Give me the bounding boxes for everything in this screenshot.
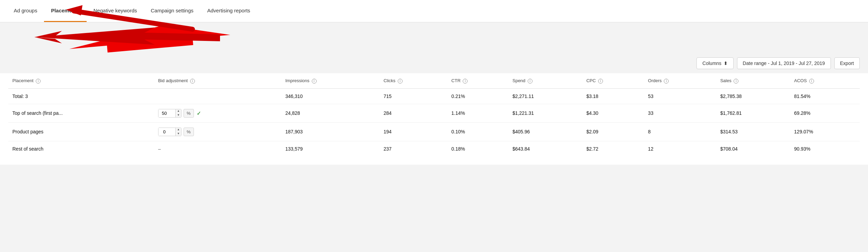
spend-info-icon[interactable]: i bbox=[528, 79, 532, 84]
toolbar: Columns ⬍ Date range - Jul 1, 2019 - Jul… bbox=[0, 53, 868, 73]
columns-button[interactable]: Columns ⬍ bbox=[696, 57, 733, 69]
bid-dash: – bbox=[158, 146, 161, 152]
cell-clicks: 715 bbox=[380, 88, 447, 104]
sales-info-icon[interactable]: i bbox=[734, 79, 738, 84]
cell-placement: Rest of search bbox=[8, 141, 154, 156]
ctr-info-icon[interactable]: i bbox=[463, 79, 468, 84]
columns-arrow-icon: ⬍ bbox=[724, 61, 728, 66]
cell-clicks: 284 bbox=[380, 104, 447, 122]
col-header-spend: Spend i bbox=[508, 73, 582, 88]
cell-sales: $314.53 bbox=[716, 122, 790, 141]
col-header-acos: ACOS i bbox=[790, 73, 860, 88]
bid-percent-label: % bbox=[184, 128, 194, 136]
col-header-cpc: CPC i bbox=[582, 73, 644, 88]
cell-acos: 69.28% bbox=[790, 104, 860, 122]
cell-acos: 81.54% bbox=[790, 88, 860, 104]
cell-acos: 129.07% bbox=[790, 122, 860, 141]
cell-orders: 33 bbox=[644, 104, 716, 122]
cell-placement: Top of search (first pa... bbox=[8, 104, 154, 122]
main-content: Placement i Bid adjustment i Impressions… bbox=[0, 73, 868, 165]
cell-orders: 12 bbox=[644, 141, 716, 156]
cell-ctr: 1.14% bbox=[447, 104, 508, 122]
cell-spend: $1,221.31 bbox=[508, 104, 582, 122]
bid-value-input[interactable] bbox=[158, 128, 176, 136]
svg-marker-1 bbox=[34, 28, 220, 45]
table-row: Top of search (first pa...▲▼%✓24,8282841… bbox=[8, 104, 860, 122]
cell-bid-adjustment: – bbox=[154, 141, 281, 156]
table-row: Rest of search–133,5792370.18%$643.84$2.… bbox=[8, 141, 860, 156]
cell-sales: $708.04 bbox=[716, 141, 790, 156]
tab-placements[interactable]: Placements bbox=[44, 0, 86, 22]
col-header-clicks: Clicks i bbox=[380, 73, 447, 88]
tab-advertising-reports[interactable]: Advertising reports bbox=[200, 0, 257, 22]
cell-ctr: 0.18% bbox=[447, 141, 508, 156]
columns-label: Columns bbox=[702, 61, 721, 66]
table-header-row: Placement i Bid adjustment i Impressions… bbox=[8, 73, 860, 88]
cell-impressions: 346,310 bbox=[281, 88, 380, 104]
cpc-info-icon[interactable]: i bbox=[598, 79, 603, 84]
cell-placement: Product pages bbox=[8, 122, 154, 141]
placements-table: Placement i Bid adjustment i Impressions… bbox=[8, 73, 860, 156]
placement-info-icon[interactable]: i bbox=[36, 79, 41, 84]
cell-sales: $1,762.81 bbox=[716, 104, 790, 122]
date-range-button[interactable]: Date range - Jul 1, 2019 - Jul 27, 2019 bbox=[737, 57, 831, 69]
cell-spend: $643.84 bbox=[508, 141, 582, 156]
col-header-sales: Sales i bbox=[716, 73, 790, 88]
cell-ctr: 0.10% bbox=[447, 122, 508, 141]
bid-percent-label: % bbox=[184, 109, 194, 118]
export-button[interactable]: Export bbox=[834, 57, 860, 69]
bid-decrement-button[interactable]: ▼ bbox=[176, 113, 181, 117]
cell-spend: $2,271.11 bbox=[508, 88, 582, 104]
tab-campaign-settings[interactable]: Campaign settings bbox=[144, 0, 200, 22]
cell-bid-adjustment: ▲▼% bbox=[154, 122, 281, 141]
col-header-ctr: CTR i bbox=[447, 73, 508, 88]
cell-placement: Total: 3 bbox=[8, 88, 154, 104]
bid-value-input[interactable] bbox=[158, 109, 176, 117]
cell-clicks: 194 bbox=[380, 122, 447, 141]
col-header-placement: Placement i bbox=[8, 73, 154, 88]
bid-increment-button[interactable]: ▲ bbox=[176, 109, 181, 113]
clicks-info-icon[interactable]: i bbox=[398, 79, 403, 84]
col-header-bid-adjustment: Bid adjustment i bbox=[154, 73, 281, 88]
cell-ctr: 0.21% bbox=[447, 88, 508, 104]
export-label: Export bbox=[840, 61, 854, 66]
cell-impressions: 187,903 bbox=[281, 122, 380, 141]
date-range-label: Date range - Jul 1, 2019 - Jul 27, 2019 bbox=[743, 61, 825, 66]
bid-increment-button[interactable]: ▲ bbox=[176, 128, 181, 132]
cell-spend: $405.96 bbox=[508, 122, 582, 141]
cell-bid-adjustment bbox=[154, 88, 281, 104]
cell-acos: 90.93% bbox=[790, 141, 860, 156]
bid-adjustment-info-icon[interactable]: i bbox=[190, 79, 195, 84]
table-row: Product pages▲▼%187,9031940.10%$405.96$2… bbox=[8, 122, 860, 141]
cell-cpc: $4.30 bbox=[582, 104, 644, 122]
orders-info-icon[interactable]: i bbox=[664, 79, 669, 84]
table-row: Total: 3346,3107150.21%$2,271.11$3.1853$… bbox=[8, 88, 860, 104]
cell-impressions: 24,828 bbox=[281, 104, 380, 122]
col-header-impressions: Impressions i bbox=[281, 73, 380, 88]
col-header-orders: Orders i bbox=[644, 73, 716, 88]
cell-sales: $2,785.38 bbox=[716, 88, 790, 104]
impressions-info-icon[interactable]: i bbox=[312, 79, 317, 84]
cell-cpc: $2.72 bbox=[582, 141, 644, 156]
cell-clicks: 237 bbox=[380, 141, 447, 156]
cell-bid-adjustment: ▲▼%✓ bbox=[154, 104, 281, 122]
tab-ad-groups[interactable]: Ad groups bbox=[7, 0, 44, 22]
bid-confirm-check[interactable]: ✓ bbox=[197, 110, 201, 117]
cell-cpc: $2.09 bbox=[582, 122, 644, 141]
bid-decrement-button[interactable]: ▼ bbox=[176, 132, 181, 136]
cell-impressions: 133,579 bbox=[281, 141, 380, 156]
tab-negative-keywords[interactable]: Negative keywords bbox=[87, 0, 144, 22]
cell-orders: 8 bbox=[644, 122, 716, 141]
arrow-annotation bbox=[0, 22, 868, 53]
cell-cpc: $3.18 bbox=[582, 88, 644, 104]
cell-orders: 53 bbox=[644, 88, 716, 104]
acos-info-icon[interactable]: i bbox=[809, 79, 814, 84]
nav-tabs: Ad groups Placements Negative keywords C… bbox=[0, 0, 868, 22]
